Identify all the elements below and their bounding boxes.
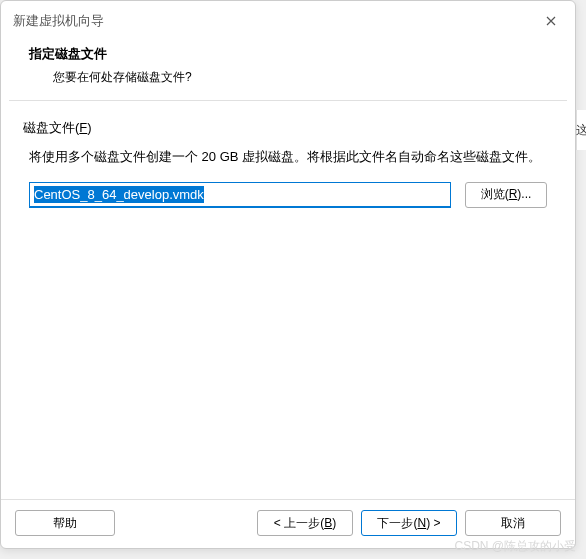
description-text: 将使用多个磁盘文件创建一个 20 GB 虚拟磁盘。将根据此文件名自动命名这些磁盘… bbox=[29, 147, 547, 168]
side-strip: 这 bbox=[576, 110, 586, 150]
wizard-footer: 帮助 < 上一步(B) 下一步(N) > 取消 bbox=[1, 499, 575, 548]
close-icon bbox=[546, 16, 556, 26]
disk-file-input-value: CentOS_8_64_develop.vmdk bbox=[34, 186, 204, 203]
back-button[interactable]: < 上一步(B) bbox=[257, 510, 353, 536]
window-title: 新建虚拟机向导 bbox=[13, 12, 104, 30]
cancel-button[interactable]: 取消 bbox=[465, 510, 561, 536]
help-button[interactable]: 帮助 bbox=[15, 510, 115, 536]
wizard-dialog: 新建虚拟机向导 指定磁盘文件 您要在何处存储磁盘文件? 磁盘文件(F) 将使用多… bbox=[0, 0, 576, 549]
disk-file-input[interactable]: CentOS_8_64_develop.vmdk bbox=[29, 182, 451, 208]
header-subtitle: 您要在何处存储磁盘文件? bbox=[29, 69, 547, 86]
header-title: 指定磁盘文件 bbox=[29, 45, 547, 63]
browse-button[interactable]: 浏览(R)... bbox=[465, 182, 547, 208]
titlebar: 新建虚拟机向导 bbox=[1, 1, 575, 39]
next-button[interactable]: 下一步(N) > bbox=[361, 510, 457, 536]
file-input-row: CentOS_8_64_develop.vmdk 浏览(R)... bbox=[29, 182, 547, 208]
close-button[interactable] bbox=[539, 9, 563, 33]
disk-file-group-label: 磁盘文件(F) bbox=[23, 119, 553, 137]
content-area: 磁盘文件(F) 将使用多个磁盘文件创建一个 20 GB 虚拟磁盘。将根据此文件名… bbox=[1, 101, 575, 499]
wizard-header: 指定磁盘文件 您要在何处存储磁盘文件? bbox=[1, 39, 575, 100]
